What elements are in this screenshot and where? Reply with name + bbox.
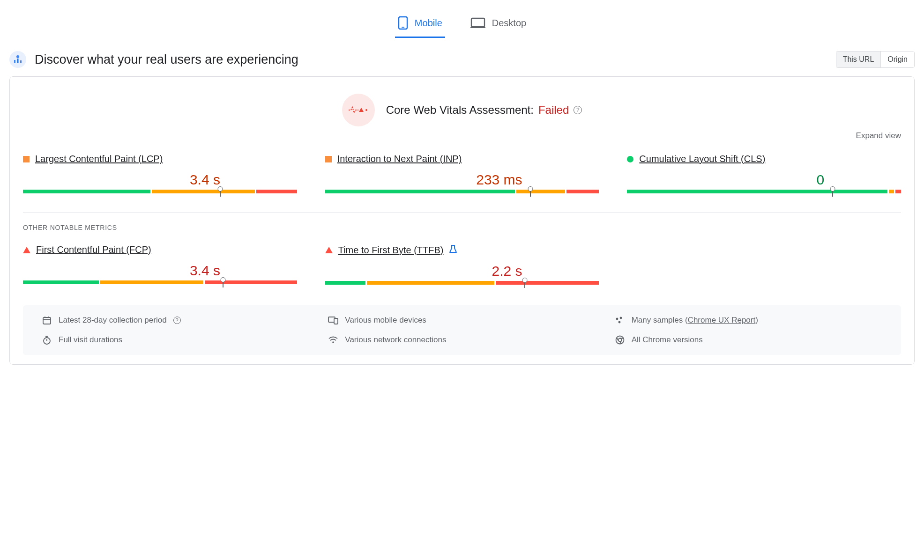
metric-fcp-name[interactable]: First Contentful Paint (FCP)	[36, 244, 151, 255]
stopwatch-icon	[42, 335, 52, 345]
calendar-icon	[42, 316, 52, 325]
wifi-icon	[328, 336, 338, 344]
marker-icon	[218, 186, 223, 197]
crux-logo-icon	[9, 51, 26, 68]
scope-this-url-button[interactable]: This URL	[836, 52, 881, 67]
flask-icon[interactable]	[449, 244, 457, 256]
marker-icon	[522, 278, 527, 288]
svg-point-15	[618, 321, 620, 324]
svg-marker-8	[359, 108, 364, 112]
device-tabs: Mobile Desktop	[9, 0, 915, 38]
footer-versions-text: All Chrome versions	[632, 335, 703, 345]
svg-point-9	[365, 109, 367, 111]
svg-rect-1	[402, 27, 404, 28]
metric-fcp-value: 3.4 s	[23, 263, 297, 279]
marker-icon	[221, 277, 225, 287]
assessment-label: Core Web Vitals Assessment:	[386, 103, 534, 117]
svg-rect-5	[14, 60, 15, 63]
assessment-row: Core Web Vitals Assessment: Failed ?	[23, 94, 901, 126]
footer-samples-text: Many samples (Chrome UX Report)	[632, 316, 758, 325]
other-metrics-grid: First Contentful Paint (FCP) 3.4 s Time …	[23, 244, 901, 285]
svg-point-14	[619, 317, 622, 319]
tab-desktop[interactable]: Desktop	[468, 9, 529, 38]
desktop-icon	[470, 17, 485, 29]
metric-fcp-bar	[23, 280, 297, 284]
svg-point-17	[333, 341, 335, 343]
metric-ttfb-value: 2.2 s	[325, 263, 599, 279]
scope-toggle: This URL Origin	[836, 51, 915, 68]
svg-point-18	[616, 336, 624, 344]
svg-rect-10	[43, 317, 51, 324]
expand-view-link[interactable]: Expand view	[856, 131, 901, 140]
metric-lcp-bar	[23, 190, 297, 193]
metric-inp-bar	[325, 190, 599, 193]
metric-ttfb-name[interactable]: Time to First Byte (TTFB)	[338, 245, 444, 256]
page-title: Discover what your real users are experi…	[35, 52, 298, 67]
assessment-status: Failed	[538, 103, 569, 117]
scatter-icon	[615, 316, 625, 324]
devices-icon	[328, 316, 338, 324]
vitals-status-icon	[342, 94, 375, 126]
tab-mobile-label: Mobile	[415, 18, 442, 29]
square-icon	[23, 156, 30, 162]
footer-period-text: Latest 28-day collection period	[59, 316, 167, 325]
footer-devices-text: Various mobile devices	[345, 316, 426, 325]
data-source-panel: Latest 28-day collection period ? Variou…	[23, 305, 901, 355]
metric-ttfb-bar	[325, 281, 599, 285]
metric-cls-value: 0	[627, 172, 901, 188]
svg-rect-6	[17, 59, 19, 63]
metric-lcp: Largest Contentful Paint (LCP) 3.4 s	[23, 154, 297, 193]
metric-cls: Cumulative Layout Shift (CLS) 0	[627, 154, 901, 193]
core-metrics-grid: Largest Contentful Paint (LCP) 3.4 s Int…	[23, 154, 901, 193]
divider	[23, 212, 901, 213]
metric-lcp-name[interactable]: Largest Contentful Paint (LCP)	[35, 154, 163, 164]
footer-durations-text: Full visit durations	[59, 335, 122, 345]
svg-rect-7	[20, 60, 22, 63]
marker-icon	[528, 186, 533, 197]
metric-cls-bar	[627, 190, 901, 193]
svg-point-4	[16, 55, 19, 58]
metric-lcp-value: 3.4 s	[23, 172, 297, 188]
svg-rect-2	[471, 18, 484, 27]
svg-rect-12	[334, 318, 338, 324]
svg-rect-3	[470, 27, 485, 28]
square-icon	[325, 156, 332, 162]
period-help-icon[interactable]: ?	[173, 317, 181, 324]
metric-cls-name[interactable]: Cumulative Layout Shift (CLS)	[639, 154, 765, 164]
metric-inp-value: 233 ms	[325, 172, 599, 188]
circle-icon	[627, 156, 633, 162]
assessment-help-icon[interactable]: ?	[574, 106, 582, 114]
metric-inp: Interaction to Next Paint (INP) 233 ms	[325, 154, 599, 193]
chrome-icon	[615, 335, 625, 345]
tab-mobile[interactable]: Mobile	[395, 9, 445, 38]
mobile-icon	[398, 16, 408, 30]
scope-origin-button[interactable]: Origin	[880, 52, 914, 67]
metric-inp-name[interactable]: Interaction to Next Paint (INP)	[337, 154, 462, 164]
metric-ttfb: Time to First Byte (TTFB) 2.2 s	[325, 244, 599, 285]
marker-icon	[830, 186, 835, 197]
page-header: Discover what your real users are experi…	[9, 38, 915, 76]
other-metrics-heading: OTHER NOTABLE METRICS	[23, 224, 901, 231]
footer-networks-text: Various network connections	[345, 335, 446, 345]
field-data-card: Core Web Vitals Assessment: Failed ? Exp…	[9, 76, 915, 365]
metric-fcp: First Contentful Paint (FCP) 3.4 s	[23, 244, 297, 285]
crux-report-link[interactable]: Chrome UX Report	[688, 316, 756, 324]
triangle-icon	[325, 247, 333, 253]
tab-desktop-label: Desktop	[492, 18, 526, 29]
triangle-icon	[23, 247, 30, 253]
svg-point-13	[616, 318, 618, 320]
